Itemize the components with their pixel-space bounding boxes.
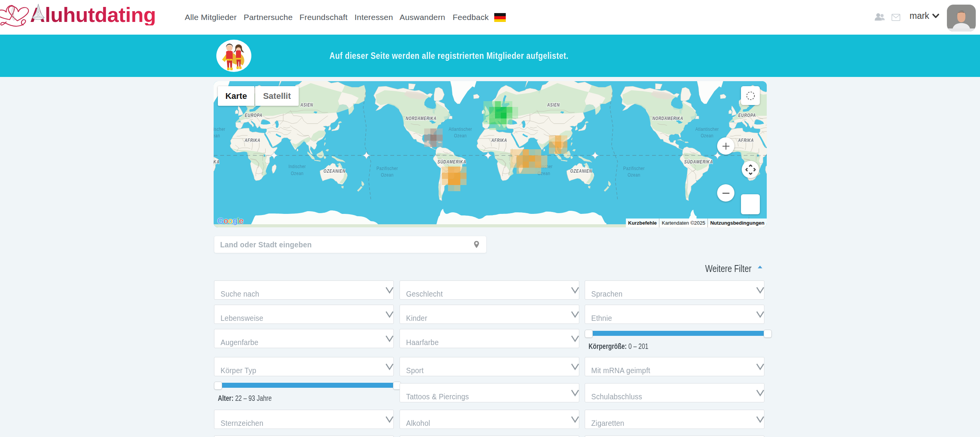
svg-text:NORDAMERIKA: NORDAMERIKA [652,115,683,121]
svg-text:Atlantischer: Atlantischer [214,126,226,132]
svg-text:Ozean: Ozean [214,133,220,138]
svg-text:ASIEN: ASIEN [300,102,313,108]
svg-text:Atlantischer: Atlantischer [696,126,719,132]
svg-text:ASIEN: ASIEN [547,102,560,108]
svg-text:Pazifischer: Pazifischer [623,165,645,171]
svg-text:NORDAMERIKA: NORDAMERIKA [406,115,436,121]
svg-text:AFRIKA: AFRIKA [738,137,754,143]
svg-text:SÜDAMERIKA: SÜDAMERIKA [438,159,467,165]
svg-text:Ozean: Ozean [628,172,641,178]
svg-text:Pazifischer: Pazifischer [376,165,398,171]
svg-text:SÜDAMERIKA: SÜDAMERIKA [684,159,713,165]
svg-text:Ozean: Ozean [454,133,467,138]
svg-text:EUROPA: EUROPA [245,112,263,118]
svg-text:Ozean: Ozean [291,170,304,176]
svg-text:Atlantischer: Atlantischer [449,126,472,132]
svg-text:OZEANIEN: OZEANIEN [570,168,592,174]
svg-text:Ozean: Ozean [701,133,714,138]
svg-text:EUROPA: EUROPA [738,112,756,118]
svg-text:Indischer: Indischer [289,163,306,169]
svg-text:SÜDAMERIKA: SÜDAMERIKA [214,159,220,165]
svg-text:AFRIKA: AFRIKA [491,137,507,143]
svg-text:AFRIKA: AFRIKA [244,137,261,143]
svg-text:OZEANIEN: OZEANIEN [324,168,346,174]
svg-text:Ozean: Ozean [381,172,394,178]
